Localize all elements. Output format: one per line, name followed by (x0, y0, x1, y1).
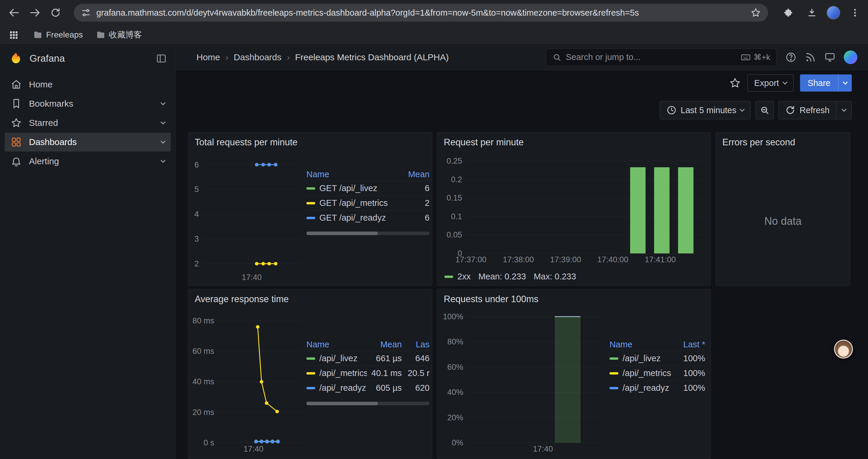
favorite-star-icon[interactable] (729, 77, 741, 89)
breadcrumb: Home › Dashboards › Freeleaps Metrics Da… (196, 52, 449, 62)
puzzle-icon (783, 7, 794, 18)
grafana-logo[interactable] (9, 52, 23, 66)
svg-text:0 s: 0 s (204, 438, 214, 447)
browser-profile-avatar[interactable] (827, 6, 840, 20)
svg-text:17:40: 17:40 (242, 273, 262, 281)
url-input[interactable] (96, 8, 750, 18)
legend-header-name[interactable]: Name (306, 340, 367, 350)
sidebar: Grafana Home Bookmarks Starred Dashboard… (0, 44, 176, 459)
requests-under-100ms-chart[interactable]: 0%20%40%60%80%100%17:40 (439, 308, 608, 453)
legend-header-last[interactable]: Last * (676, 340, 705, 350)
series-last: 100% (676, 368, 705, 378)
average-response-time-chart[interactable]: 0 s20 ms40 ms60 ms80 ms17:40 (190, 308, 305, 453)
total-requests-chart[interactable]: 2345617:40 (190, 151, 305, 281)
bookmark-folder-blogs[interactable]: 收藏博客 (96, 29, 142, 40)
share-button[interactable]: Share (800, 74, 838, 92)
scrollbar-thumb[interactable] (306, 402, 378, 405)
search-bar[interactable]: ⌘+k (546, 48, 776, 66)
chevron-down-icon[interactable] (161, 100, 166, 105)
svg-text:17:40: 17:40 (533, 445, 553, 453)
forward-button[interactable] (26, 4, 44, 22)
scrollbar-thumb[interactable] (306, 232, 378, 235)
time-range-picker[interactable]: Last 5 minutes (660, 101, 751, 119)
svg-text:0.1: 0.1 (451, 212, 462, 221)
assistant-avatar-widget[interactable] (834, 340, 853, 359)
panel-title[interactable]: Requests under 100ms (437, 289, 711, 304)
panel-title[interactable]: Request per minute (437, 132, 711, 148)
sidebar-item-starred[interactable]: Starred (5, 113, 171, 132)
zoom-out-button[interactable] (755, 101, 774, 119)
apps-grid-button[interactable] (7, 28, 20, 41)
chevron-down-icon[interactable] (161, 139, 166, 144)
zoom-out-icon (760, 105, 770, 115)
breadcrumb-home[interactable]: Home (196, 52, 220, 62)
series-mean: 6 (403, 213, 430, 223)
panel-request-per-minute: Request per minute 00.050.10.150.20.2517… (437, 132, 711, 286)
legend-header-mean[interactable]: Mean (403, 169, 430, 179)
svg-text:2: 2 (194, 259, 199, 268)
svg-text:100%: 100% (443, 312, 463, 321)
legend-header-mean[interactable]: Mean (369, 340, 402, 350)
dashboard-actions: Export Share (729, 74, 852, 92)
legend-row: /api/_livez 661 µs 646 (306, 351, 430, 366)
reload-button[interactable] (47, 4, 64, 22)
address-bar[interactable] (74, 4, 768, 22)
chevron-down-icon (740, 107, 745, 112)
series-swatch (306, 372, 315, 374)
svg-text:3: 3 (194, 234, 199, 243)
panel-title[interactable]: Total requests per minute (188, 132, 432, 148)
legend-header-name[interactable]: Name (610, 340, 673, 350)
series-name: GET /api/_livez (319, 184, 377, 193)
sidebar-item-alerting[interactable]: Alerting (5, 152, 171, 171)
series-swatch (306, 217, 315, 219)
refresh-button[interactable]: Refresh (778, 101, 836, 119)
user-avatar[interactable] (844, 51, 857, 64)
main-area: Home › Dashboards › Freeleaps Metrics Da… (176, 44, 868, 459)
series-name: /api/_readyz (319, 383, 366, 393)
dock-menu-icon[interactable] (156, 53, 167, 64)
bookmark-star-icon[interactable] (750, 7, 761, 18)
export-button[interactable]: Export (747, 74, 794, 92)
refresh-interval-dropdown[interactable] (836, 101, 852, 119)
breadcrumb-current: Freeleaps Metrics Dashboard (ALPHA) (295, 52, 449, 62)
help-icon[interactable] (785, 52, 797, 63)
legend-header-name[interactable]: Name (306, 169, 401, 179)
svg-text:40 ms: 40 ms (192, 377, 214, 386)
request-per-minute-chart[interactable]: 00.050.10.150.20.2517:37:0017:38:0017:39… (439, 151, 706, 263)
sidebar-item-home[interactable]: Home (5, 75, 171, 94)
sidebar-item-label: Bookmarks (29, 99, 73, 109)
share-dropdown-button[interactable] (838, 74, 852, 92)
svg-text:20%: 20% (447, 413, 463, 422)
legend-header-last[interactable]: Las (404, 340, 430, 350)
extensions-button[interactable] (779, 4, 797, 22)
downloads-button[interactable] (803, 4, 821, 22)
chevron-down-icon[interactable] (161, 158, 166, 163)
folder-icon (96, 30, 105, 40)
panel-title[interactable]: Errors per second (716, 132, 850, 148)
refresh-sync-icon (785, 105, 795, 115)
series-mean: 661 µs (369, 354, 402, 363)
site-settings-icon[interactable] (81, 8, 91, 18)
legend-table: Name Mean GET /api/_livez 6 GET /api/_me… (306, 168, 430, 235)
sidebar-item-dashboards[interactable]: Dashboards (5, 133, 171, 152)
no-data-message: No data (716, 215, 850, 227)
series-name: /api/_livez (319, 354, 358, 363)
legend-row: GET /api/_metrics 2 (306, 196, 430, 210)
series-max: Max: 0.233 (533, 272, 576, 282)
panel-title[interactable]: Average response time (188, 289, 432, 304)
search-input[interactable] (566, 52, 741, 62)
news-rss-icon[interactable] (805, 52, 816, 63)
monitor-icon[interactable] (824, 52, 836, 63)
breadcrumb-dashboards[interactable]: Dashboards (234, 52, 282, 62)
back-button[interactable] (5, 4, 23, 22)
bookmark-folder-freeleaps[interactable]: Freeleaps (33, 30, 83, 40)
bookmark-label: Freeleaps (46, 30, 83, 40)
legend-row: /api/_readyz 100% (610, 381, 705, 395)
sidebar-item-bookmarks[interactable]: Bookmarks (5, 94, 171, 113)
series-mean: Mean: 0.233 (478, 272, 526, 282)
download-icon (807, 7, 817, 18)
series-swatch (610, 372, 618, 374)
chevron-down-icon[interactable] (161, 120, 166, 125)
svg-text:0.05: 0.05 (446, 230, 462, 239)
browser-menu-button[interactable] (846, 4, 864, 22)
